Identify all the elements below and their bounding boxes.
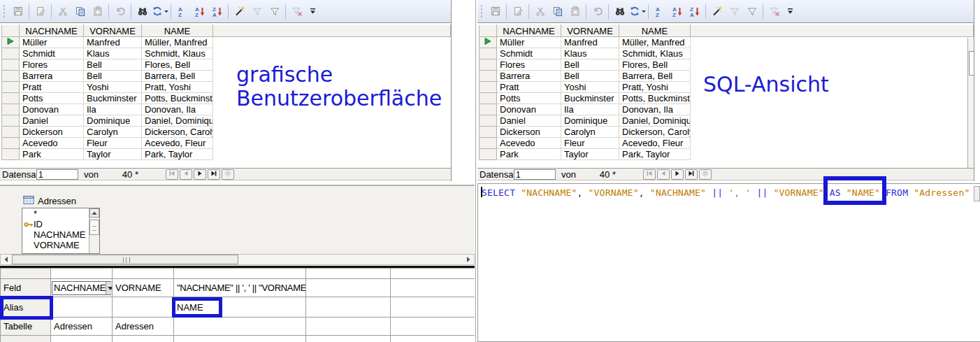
design-grid-cell[interactable] bbox=[51, 269, 113, 279]
copy-button[interactable] bbox=[549, 2, 566, 20]
save-button[interactable] bbox=[487, 2, 504, 20]
next-record-button[interactable] bbox=[194, 169, 206, 180]
cut-button[interactable] bbox=[531, 2, 549, 20]
sort-ascending-button[interactable]: AZ bbox=[191, 2, 208, 20]
scroll-right-button[interactable] bbox=[463, 255, 474, 264]
refresh-button[interactable] bbox=[151, 2, 168, 20]
current-row-indicator[interactable] bbox=[480, 37, 497, 48]
table-cell[interactable]: Bell bbox=[84, 59, 142, 71]
table-cell[interactable]: Dominique bbox=[84, 115, 142, 127]
row-header-cell[interactable] bbox=[2, 93, 20, 104]
field-item-star[interactable]: * bbox=[22, 208, 99, 219]
design-grid-cell[interactable] bbox=[306, 318, 391, 336]
design-grid-cell[interactable] bbox=[306, 297, 391, 318]
column-header-name[interactable]: NAME bbox=[619, 25, 691, 37]
design-grid-cell[interactable] bbox=[113, 336, 174, 342]
table-cell[interactable]: Barrera, Bell bbox=[619, 71, 691, 82]
table-cell[interactable]: Park, Taylor bbox=[619, 149, 691, 160]
table-cell[interactable]: Flores bbox=[497, 59, 561, 71]
autofilter-button[interactable] bbox=[708, 2, 726, 20]
row-header-cell[interactable] bbox=[480, 71, 497, 82]
next-record-button[interactable] bbox=[671, 169, 684, 180]
row-header-cell[interactable] bbox=[480, 127, 497, 138]
feld-combobox[interactable]: NACHNAME bbox=[52, 281, 111, 295]
table-cell[interactable]: Schmidt bbox=[20, 48, 84, 59]
table-cell[interactable]: Yoshi bbox=[561, 82, 619, 93]
sort-descending-button[interactable]: ZA bbox=[208, 2, 226, 20]
table-cell[interactable]: Flores, Bell bbox=[142, 59, 213, 71]
record-number-input[interactable]: 1 bbox=[514, 169, 556, 180]
table-cell[interactable]: Pratt, Yoshi bbox=[619, 82, 691, 93]
table-cell[interactable]: Klaus bbox=[561, 48, 619, 59]
row-header-cell[interactable] bbox=[2, 59, 20, 71]
table-cell[interactable]: Müller bbox=[497, 37, 561, 48]
field-item-vorname[interactable]: VORNAME bbox=[22, 240, 99, 250]
table-cell[interactable]: Acevedo bbox=[497, 138, 561, 149]
table-cell[interactable]: Donovan, Ila bbox=[142, 104, 213, 115]
edit-data-button[interactable] bbox=[31, 2, 49, 20]
table-vertical-scrollbar[interactable] bbox=[967, 38, 974, 169]
form-based-filter-button[interactable] bbox=[248, 2, 266, 20]
row-header-cell[interactable] bbox=[2, 104, 20, 115]
table-cell[interactable]: Ila bbox=[84, 104, 142, 115]
table-cell[interactable]: Park, Taylor bbox=[142, 149, 213, 160]
row-header-corner[interactable] bbox=[2, 25, 20, 37]
table-cell[interactable]: Müller bbox=[20, 37, 84, 48]
table-box-header[interactable]: Adressen bbox=[23, 194, 76, 208]
table-cell[interactable]: Donovan bbox=[20, 104, 84, 115]
current-row-indicator[interactable] bbox=[2, 37, 20, 48]
table-cell[interactable]: Daniel bbox=[20, 115, 84, 127]
row-header-cell[interactable] bbox=[480, 104, 497, 115]
last-record-button[interactable] bbox=[685, 169, 698, 180]
table-cell[interactable]: Potts, Buckminster bbox=[142, 93, 213, 104]
table-cell[interactable]: Carolyn bbox=[561, 127, 619, 138]
table-cell[interactable]: Schmidt, Klaus bbox=[619, 48, 691, 59]
design-grid-cell[interactable] bbox=[306, 336, 391, 342]
last-record-button[interactable] bbox=[208, 169, 220, 180]
sort-button[interactable]: AZ bbox=[651, 2, 668, 20]
design-grid-cell[interactable] bbox=[306, 269, 391, 279]
table-cell[interactable]: Pratt bbox=[20, 82, 84, 93]
design-grid-cell[interactable] bbox=[306, 279, 391, 297]
field-item-id[interactable]: ID bbox=[22, 219, 99, 229]
table-cell[interactable]: Acevedo, Fleur bbox=[142, 138, 213, 149]
design-grid-cell[interactable]: Adressen bbox=[113, 318, 174, 336]
row-header-cell[interactable] bbox=[480, 59, 497, 71]
scroll-up-button[interactable] bbox=[89, 208, 99, 218]
dropdown-caret-icon[interactable] bbox=[164, 10, 168, 15]
dropdown-caret-icon[interactable] bbox=[642, 10, 646, 15]
cut-button[interactable] bbox=[54, 2, 71, 20]
row-header-cell[interactable] bbox=[480, 149, 497, 160]
design-grid-cell[interactable]: VORNAME bbox=[113, 279, 174, 297]
design-grid-cell[interactable]: NACHNAME bbox=[51, 279, 113, 297]
design-grid-cell[interactable] bbox=[51, 336, 113, 342]
table-cell[interactable]: Carolyn bbox=[84, 127, 142, 138]
column-header-vorname[interactable]: VORNAME bbox=[84, 25, 142, 37]
first-record-button[interactable] bbox=[166, 169, 178, 180]
scrollbar-thumb[interactable] bbox=[89, 220, 99, 235]
table-cell[interactable]: Buckminster bbox=[84, 93, 142, 104]
table-cell[interactable]: Acevedo, Fleur bbox=[619, 138, 691, 149]
design-grid-cell[interactable] bbox=[174, 269, 306, 279]
copy-button[interactable] bbox=[71, 2, 89, 20]
table-cell[interactable]: Donovan, Ila bbox=[619, 104, 691, 115]
undo-button[interactable] bbox=[111, 2, 129, 20]
table-cell[interactable]: Bell bbox=[561, 59, 619, 71]
design-grid-cell[interactable] bbox=[391, 279, 475, 297]
table-cell[interactable]: Daniel, Dominique bbox=[142, 115, 213, 127]
sort-button[interactable]: AZ bbox=[173, 2, 191, 20]
table-cell[interactable]: Barrera bbox=[497, 71, 561, 82]
design-grid-cell[interactable]: "NACHNAME" || ', ' || "VORNAME" bbox=[174, 279, 306, 297]
previous-record-button[interactable] bbox=[180, 169, 192, 180]
table-cell[interactable]: Daniel, Dominique bbox=[619, 115, 691, 127]
table-cell[interactable]: Fleur bbox=[561, 138, 619, 149]
undo-button[interactable] bbox=[589, 2, 606, 20]
table-cell[interactable]: Barrera bbox=[20, 71, 84, 82]
feld-dropdown-button[interactable] bbox=[106, 282, 112, 294]
column-header-vorname[interactable]: VORNAME bbox=[561, 25, 619, 37]
new-record-button[interactable] bbox=[222, 169, 234, 180]
form-based-filter-button[interactable] bbox=[726, 2, 743, 20]
table-cell[interactable]: Bell bbox=[84, 71, 142, 82]
row-header-cell[interactable] bbox=[2, 115, 20, 127]
horizontal-scrollbar-thumb[interactable] bbox=[12, 255, 238, 264]
